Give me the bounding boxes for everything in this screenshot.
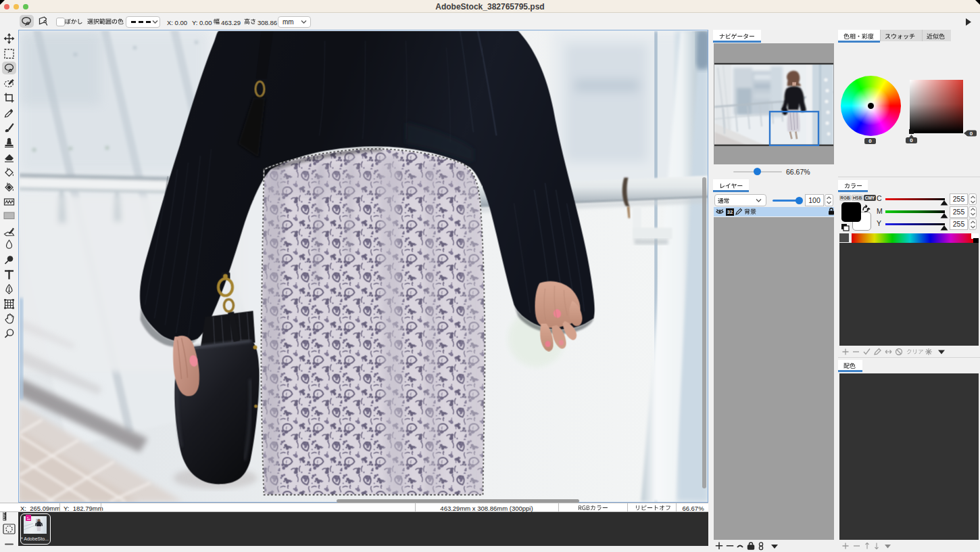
svg-text:0: 0	[970, 131, 973, 137]
svg-text:0: 0	[910, 137, 913, 143]
